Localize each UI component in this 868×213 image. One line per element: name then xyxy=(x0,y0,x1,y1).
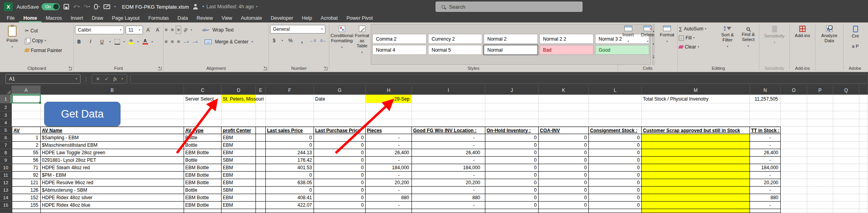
save-icon[interactable] xyxy=(64,4,69,9)
cell-B5[interactable]: AV Name xyxy=(41,127,184,134)
row-header-9[interactable]: 9 xyxy=(0,157,12,164)
cell-N3[interactable] xyxy=(750,111,781,119)
autosave-toggle[interactable]: On xyxy=(41,3,60,10)
cell-A1[interactable] xyxy=(12,95,41,103)
cell-F4[interactable] xyxy=(266,119,314,127)
cell-D3[interactable] xyxy=(222,111,256,119)
cell-style-currency-2[interactable]: Currency 2 xyxy=(428,34,482,44)
row-header-6[interactable]: 6 xyxy=(0,134,12,142)
cell-M4[interactable] xyxy=(642,119,750,127)
analyze-data-button[interactable]: Analyze Data xyxy=(817,24,841,65)
cell-J12[interactable]: 0 xyxy=(485,179,539,187)
cell-G13[interactable]: 0 xyxy=(314,187,366,194)
cell-E15[interactable] xyxy=(256,202,266,209)
cell-M8[interactable] xyxy=(642,149,750,157)
cell-P3[interactable] xyxy=(807,111,833,119)
cell-O5[interactable] xyxy=(781,127,807,134)
cell-X5[interactable] xyxy=(859,127,868,134)
cell-Q9[interactable] xyxy=(833,157,859,164)
cell-H6[interactable]: - xyxy=(366,134,412,142)
cell-F2[interactable] xyxy=(266,103,314,111)
cell-Q3[interactable] xyxy=(833,111,859,119)
cell-E10[interactable] xyxy=(256,164,266,172)
cell-P11[interactable] xyxy=(807,172,833,179)
cell-Q11[interactable] xyxy=(833,172,859,179)
cell-E9[interactable] xyxy=(256,157,266,164)
row-header-14[interactable]: 14 xyxy=(0,194,12,202)
cell-A8[interactable]: 55 xyxy=(12,149,41,157)
cell-X16[interactable] xyxy=(859,209,868,213)
cell-E16[interactable] xyxy=(256,209,266,213)
cell-B8[interactable]: HDPE Law Toggle 28oz green xyxy=(41,149,184,157)
cell-A2[interactable] xyxy=(12,103,41,111)
cell-H10[interactable]: 184,000 xyxy=(366,164,412,172)
tab-home[interactable]: Home xyxy=(19,13,41,22)
tab-acrobat[interactable]: Acrobat xyxy=(316,13,342,22)
column-header-C[interactable]: C xyxy=(184,86,222,95)
cell-K14[interactable]: 0 xyxy=(539,194,589,202)
cell-Q7[interactable] xyxy=(833,142,859,149)
cell-D1[interactable]: St. Peters, Missouri xyxy=(222,95,256,103)
cell-I14[interactable]: 880 xyxy=(412,194,485,202)
cell-N2[interactable] xyxy=(750,103,781,111)
cut-button[interactable]: ✂ Cut xyxy=(25,26,62,36)
cell-X13[interactable] xyxy=(859,187,868,194)
cell-H1[interactable]: 29-Sep xyxy=(366,95,412,103)
cell-K9[interactable]: 0 xyxy=(539,157,589,164)
accounting-format-button[interactable]: $ xyxy=(270,38,278,43)
cell-O11[interactable] xyxy=(781,172,807,179)
cell-C7[interactable]: Bottle xyxy=(184,142,222,149)
row-header-4[interactable]: 4 xyxy=(0,119,12,127)
tab-automate[interactable]: Automate xyxy=(237,13,267,22)
cell-J3[interactable] xyxy=(485,111,539,119)
cell-F7[interactable]: 0 xyxy=(266,142,314,149)
cell-P1[interactable] xyxy=(807,95,833,103)
cell-L3[interactable] xyxy=(589,111,642,119)
cell-D16[interactable] xyxy=(222,209,256,213)
cell-M9[interactable] xyxy=(642,157,750,164)
cell-E8[interactable] xyxy=(256,149,266,157)
bottom-align-button[interactable]: ≡ xyxy=(177,27,180,33)
cell-N13[interactable]: - xyxy=(750,187,781,194)
cell-C4[interactable] xyxy=(184,119,222,127)
cell-Q10[interactable] xyxy=(833,164,859,172)
cell-A15[interactable]: 155 xyxy=(12,202,41,209)
cell-P15[interactable] xyxy=(807,202,833,209)
cell-L13[interactable]: 0 xyxy=(589,187,642,194)
column-header-P[interactable]: P xyxy=(807,86,833,95)
cell-X15[interactable] xyxy=(859,202,868,209)
cell-I9[interactable]: - xyxy=(412,157,485,164)
cell-I16[interactable] xyxy=(412,209,485,213)
cell-J7[interactable]: 0 xyxy=(485,142,539,149)
underline-button[interactable]: U xyxy=(98,39,106,45)
cell-Q6[interactable] xyxy=(833,134,859,142)
cell-A3[interactable] xyxy=(12,111,41,119)
cell-J5[interactable]: On-Hold Inventory : xyxy=(485,127,539,134)
decrease-indent-button[interactable]: ←≡ xyxy=(183,40,189,44)
cell-Q2[interactable] xyxy=(833,103,859,111)
cell-C11[interactable]: EBM Bottle xyxy=(184,172,222,179)
cell-style-normal-5[interactable]: Normal 5 xyxy=(428,45,482,55)
cell-X6[interactable] xyxy=(859,134,868,142)
cell-M16[interactable] xyxy=(642,209,750,213)
cell-N4[interactable] xyxy=(750,119,781,127)
cell-F12[interactable]: 638.05 xyxy=(266,179,314,187)
cell-X11[interactable] xyxy=(859,172,868,179)
cell-N16[interactable] xyxy=(750,209,781,213)
cell-M13[interactable] xyxy=(642,187,750,194)
cell-B11[interactable]: $PM - EBM xyxy=(41,172,184,179)
cell-J15[interactable]: 0 xyxy=(485,202,539,209)
autosum-button[interactable]: ∑ AutoSum ▾ xyxy=(679,25,716,33)
cell-A16[interactable] xyxy=(12,209,41,213)
cell-G14[interactable]: 0 xyxy=(314,194,366,202)
cell-H9[interactable]: - xyxy=(366,157,412,164)
cell-B7[interactable]: $Maschinenstillstand EBM xyxy=(41,142,184,149)
cell-O7[interactable] xyxy=(781,142,807,149)
cell-M2[interactable] xyxy=(642,103,750,111)
cell-C1[interactable]: Server Select xyxy=(184,95,222,103)
cell-H13[interactable]: - xyxy=(366,187,412,194)
cell-A13[interactable]: 126 xyxy=(12,187,41,194)
cell-I11[interactable]: - xyxy=(412,172,485,179)
row-header-8[interactable]: 8 xyxy=(0,149,12,157)
cell-A11[interactable]: 92 xyxy=(12,172,41,179)
